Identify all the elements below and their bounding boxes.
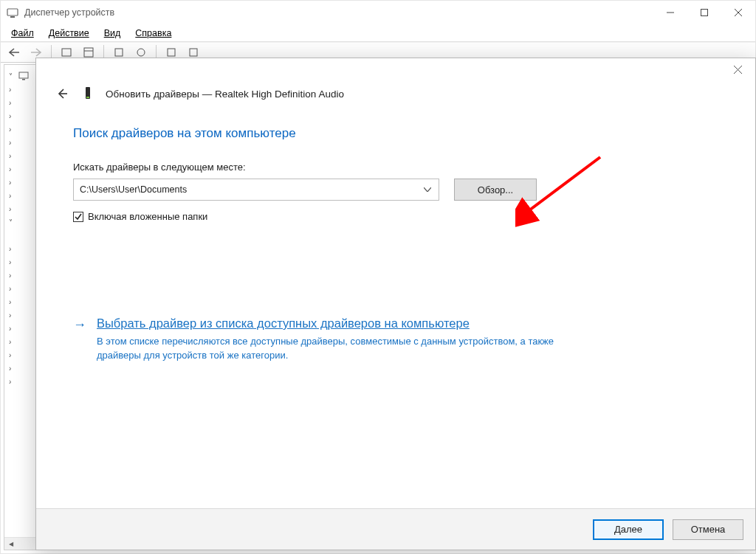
dialog-header: Обновить драйверы — Realtek High Definit… [36, 80, 755, 107]
checkbox-icon [73, 212, 83, 222]
close-button[interactable] [721, 1, 755, 24]
pick-from-list-option[interactable]: → Выбрать драйвер из списка доступных др… [73, 316, 718, 363]
dialog-content: Поиск драйверов на этом компьютере Искат… [36, 107, 755, 508]
svg-rect-9 [115, 49, 123, 56]
parent-menubar: Файл Действие Вид Справка [1, 24, 755, 42]
dialog-headline: Поиск драйверов на этом компьютере [73, 126, 718, 141]
device-manager-icon [7, 7, 18, 18]
chevron-down-icon[interactable] [421, 187, 434, 192]
device-icon [82, 86, 94, 101]
svg-rect-11 [168, 49, 175, 56]
maximize-button[interactable] [687, 1, 721, 24]
tree-item[interactable]: › [4, 361, 34, 375]
tree-item[interactable]: › [4, 269, 34, 282]
pick-from-list-title: Выбрать драйвер из списка доступных драй… [97, 316, 569, 330]
tree-item[interactable]: › [4, 295, 34, 308]
svg-rect-7 [84, 48, 93, 57]
tree-item[interactable]: › [4, 83, 34, 96]
pick-from-list-description: В этом списке перечисляются все доступны… [97, 335, 569, 363]
dialog-close-button[interactable] [721, 59, 754, 80]
tree-item[interactable]: › [4, 136, 34, 149]
back-button[interactable] [54, 86, 70, 102]
tree-item[interactable]: › [4, 348, 34, 361]
tree-item[interactable]: › [4, 255, 34, 269]
dialog-footer: Далее Отмена [36, 508, 755, 550]
menu-file[interactable]: Файл [4, 24, 41, 41]
tree-item[interactable]: › [4, 176, 34, 189]
dialog-titlebar [36, 58, 755, 80]
browse-button[interactable]: Обзор... [454, 179, 537, 201]
svg-point-10 [137, 49, 145, 56]
tree-item[interactable]: › [4, 162, 34, 176]
svg-rect-19 [86, 97, 89, 98]
svg-rect-0 [7, 9, 18, 15]
svg-rect-12 [190, 49, 197, 56]
cancel-button-label: Отмена [691, 524, 726, 535]
next-button-label: Далее [614, 524, 642, 535]
driver-path-combobox[interactable]: C:\Users\User\Documents [73, 179, 439, 201]
toolbar-back-icon[interactable] [5, 44, 23, 60]
tree-item[interactable]: › [4, 242, 34, 255]
svg-rect-14 [22, 79, 25, 80]
tree-item[interactable]: › [4, 375, 34, 388]
tree-item[interactable]: › [4, 122, 34, 136]
menu-action[interactable]: Действие [41, 24, 97, 41]
search-location-label: Искать драйверы в следующем месте: [73, 162, 718, 173]
update-driver-dialog: Обновить драйверы — Realtek High Definit… [35, 58, 756, 550]
tree-item[interactable]: › [4, 189, 34, 202]
svg-rect-1 [10, 16, 15, 18]
device-tree[interactable]: ˅ › › › › › › › › › › ˅ › › › › › › › › … [4, 65, 34, 550]
minimize-button[interactable] [653, 1, 687, 24]
browse-button-label: Обзор... [478, 184, 513, 195]
tree-item[interactable]: › [4, 308, 34, 322]
next-button[interactable]: Далее [593, 519, 664, 540]
tree-item[interactable]: › [4, 149, 34, 162]
arrow-right-icon: → [73, 316, 86, 363]
cancel-button[interactable]: Отмена [673, 519, 743, 540]
scroll-left-icon[interactable]: ◀ [4, 538, 17, 550]
parent-window-title: Диспетчер устройств [24, 7, 653, 18]
menu-view[interactable]: Вид [97, 24, 128, 41]
svg-rect-13 [19, 72, 28, 78]
svg-rect-6 [62, 49, 71, 56]
driver-path-value: C:\Users\User\Documents [80, 184, 421, 195]
tree-item[interactable]: › [4, 282, 34, 295]
include-subfolders-label: Включая вложенные папки [88, 211, 207, 222]
tree-item[interactable] [4, 229, 34, 242]
parent-titlebar: Диспетчер устройств [1, 1, 755, 24]
svg-rect-3 [701, 10, 708, 16]
include-subfolders-checkbox[interactable]: Включая вложенные папки [73, 211, 718, 222]
tree-item[interactable]: › [4, 202, 34, 215]
tree-item[interactable]: › [4, 96, 34, 109]
dialog-title: Обновить драйверы — Realtek High Definit… [106, 89, 344, 100]
tree-item[interactable]: › [4, 109, 34, 122]
tree-item[interactable]: › [4, 322, 34, 335]
menu-help[interactable]: Справка [128, 24, 179, 41]
tree-item[interactable]: ˅ [4, 215, 34, 229]
tree-root[interactable]: ˅ [4, 69, 34, 83]
tree-item[interactable]: › [4, 335, 34, 348]
